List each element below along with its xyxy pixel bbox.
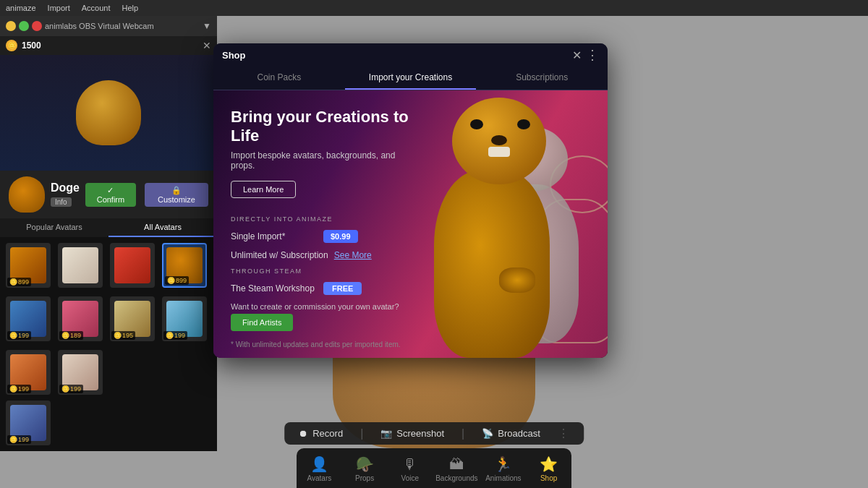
shop-icon: ⭐ [540, 455, 558, 473]
coin-bar-close[interactable]: ✕ [203, 40, 211, 51]
obs-panel: animlabs OBS Virtual Webcam ▼ 🪙 1500 ✕ D… [0, 16, 217, 451]
close-button[interactable] [32, 21, 42, 31]
screenshot-label: Screenshot [396, 428, 444, 439]
doge-eye-right [517, 119, 530, 129]
menu-help[interactable]: Help [122, 4, 139, 12]
shop-label: Shop [540, 474, 557, 482]
avatar-item-anime4[interactable]: 🪙199 [162, 296, 207, 341]
avatar-item-anime2[interactable]: 🪙189 [58, 296, 103, 341]
price-tag-anime1: 🪙199 [7, 331, 31, 340]
avatar-name: Doge [51, 181, 80, 194]
avatars-icon: 👤 [310, 455, 328, 473]
menu-animaze[interactable]: animaze [6, 4, 36, 12]
artist-question: Want to create or commission your own av… [231, 302, 413, 311]
avatar-item-anime1[interactable]: 🪙199 [6, 296, 51, 341]
info-badge[interactable]: Info [51, 197, 72, 207]
coin-count: 1500 [22, 40, 41, 51]
confirm-button[interactable]: ✓ Confirm [85, 183, 136, 207]
props-icon: 🪖 [356, 455, 374, 473]
avatar-item-cat[interactable] [58, 243, 103, 288]
nav-avatars[interactable]: 👤 Avatars [297, 451, 342, 485]
broadcast-icon: 📡 [482, 428, 493, 439]
single-import-label: Single Import* [231, 231, 318, 241]
voice-icon: 🎙 [403, 456, 417, 473]
nav-voice[interactable]: 🎙 Voice [387, 452, 433, 485]
tab-popular-avatars[interactable]: Popular Avatars [0, 218, 109, 237]
obs-titlebar: animlabs OBS Virtual Webcam ▼ [0, 16, 217, 36]
backgrounds-icon: 🏔 [449, 456, 464, 473]
record-label: Record [312, 428, 343, 439]
shop-hero-title: Bring your Creations to Life [231, 108, 413, 146]
steam-workshop-price: FREE [323, 282, 362, 295]
see-more-link[interactable]: See More [334, 250, 372, 260]
customize-button[interactable]: 🔒 Customize [145, 183, 208, 207]
props-label: Props [355, 474, 374, 482]
menu-account[interactable]: Account [82, 4, 111, 12]
footnote-text: * With unlimited updates and edits per i… [231, 340, 413, 350]
shop-titlebar-buttons: ✕ ⋮ [572, 47, 599, 63]
single-import-row: Single Import* $0.99 [231, 230, 413, 243]
bottom-nav: 👤 Avatars 🪖 Props 🎙 Voice 🏔 Backgrounds … [297, 448, 571, 488]
shop-hero-subtitle: Import bespoke avatars, backgrounds, and… [231, 150, 413, 171]
shop-close-button[interactable]: ✕ [572, 48, 582, 62]
shop-titlebar: Shop ✕ ⋮ [213, 43, 608, 67]
nav-animations[interactable]: 🏃 Animations [481, 451, 527, 485]
avatar-item-anime5[interactable]: 🪙199 [6, 350, 51, 395]
doge-visual-group [434, 98, 608, 358]
tab-subscriptions[interactable]: Subscriptions [476, 67, 608, 90]
nav-props[interactable]: 🪖 Props [342, 451, 388, 485]
shop-tabs: Coin Packs Import your Creations Subscri… [213, 67, 608, 90]
coin-bar: 🪙 1500 ✕ [0, 36, 217, 55]
menu-import[interactable]: Import [48, 4, 70, 12]
screenshot-button[interactable]: 📷 Screenshot [380, 428, 444, 439]
price-tag-anime3: 🪙195 [111, 331, 135, 340]
steam-workshop-row: The Steam Workshop FREE [231, 282, 413, 295]
avatar-grid-row1: 🪙899 🪙899 [0, 237, 217, 294]
minimize-button[interactable] [6, 21, 16, 31]
steam-section-label: THROUGH STEAM [231, 267, 413, 275]
tab-all-avatars[interactable]: All Avatars [109, 218, 217, 237]
webcam-label: animlabs OBS Virtual Webcam [45, 22, 200, 30]
find-artists-button[interactable]: Find Artists [231, 314, 293, 331]
directly-section-label: DIRECTLY INTO ANIMAZE [231, 215, 413, 223]
avatar-item-tomato[interactable] [110, 243, 155, 288]
doge-real-head [452, 98, 546, 184]
avatar-item-bowl[interactable]: 🪙199 [58, 350, 103, 395]
avatar-info-bar: Doge Info ✓ Confirm 🔒 Customize [0, 171, 217, 218]
shop-more-button[interactable]: ⋮ [586, 47, 599, 63]
nav-shop[interactable]: ⭐ Shop [526, 451, 571, 485]
record-icon: ⏺ [299, 428, 308, 439]
avatar-item-anime3[interactable]: 🪙195 [110, 296, 155, 341]
steam-workshop-label: The Steam Workshop [231, 283, 318, 294]
nav-backgrounds[interactable]: 🏔 Backgrounds [433, 452, 480, 485]
bottom-toolbar: ⏺ Record | 📷 Screenshot | 📡 Broadcast ⋮ [284, 422, 584, 445]
avatar-item-selected-doge[interactable]: 🪙899 [162, 243, 207, 288]
doge-eye-left [470, 119, 483, 129]
avatar-item-burger[interactable]: 🪙899 [6, 243, 51, 288]
tab-coin-packs[interactable]: Coin Packs [213, 67, 345, 90]
unlimited-label: Unlimited w/ Subscription [231, 250, 328, 260]
price-tag-extra: 🪙199 [7, 435, 31, 444]
doge-nose [491, 135, 507, 145]
shop-modal: Shop ✕ ⋮ Coin Packs Import your Creation… [213, 43, 608, 358]
doge-paw [499, 267, 535, 293]
price-tag-anime5: 🪙199 [7, 385, 31, 393]
price-tag-anime2: 🪙189 [59, 331, 83, 340]
avatar-grid-row3: 🪙199 🪙199 [0, 347, 217, 401]
obs-panel-chevron[interactable]: ▼ [203, 21, 211, 31]
shop-right-panel [430, 90, 608, 358]
avatar-item-extra[interactable]: 🪙199 [6, 401, 51, 445]
animations-label: Animations [485, 474, 521, 482]
unlimited-row: Unlimited w/ Subscription See More [231, 250, 413, 260]
avatar-tabs: Popular Avatars All Avatars [0, 218, 217, 237]
avatar-grid-row4: 🪙199 [0, 401, 217, 451]
maximize-button[interactable] [19, 21, 29, 31]
avatar-3d-view [76, 80, 141, 145]
avatar-grid-row2: 🪙199 🪙189 🪙195 🪙199 [0, 294, 217, 347]
broadcast-button[interactable]: 📡 Broadcast [482, 428, 540, 439]
learn-more-button[interactable]: Learn More [231, 181, 296, 198]
record-button[interactable]: ⏺ Record [299, 428, 343, 439]
tab-import-creations[interactable]: Import your Creations [345, 67, 477, 90]
toolbar-separator-1: | [360, 427, 363, 440]
price-tag-anime4: 🪙199 [163, 331, 187, 340]
